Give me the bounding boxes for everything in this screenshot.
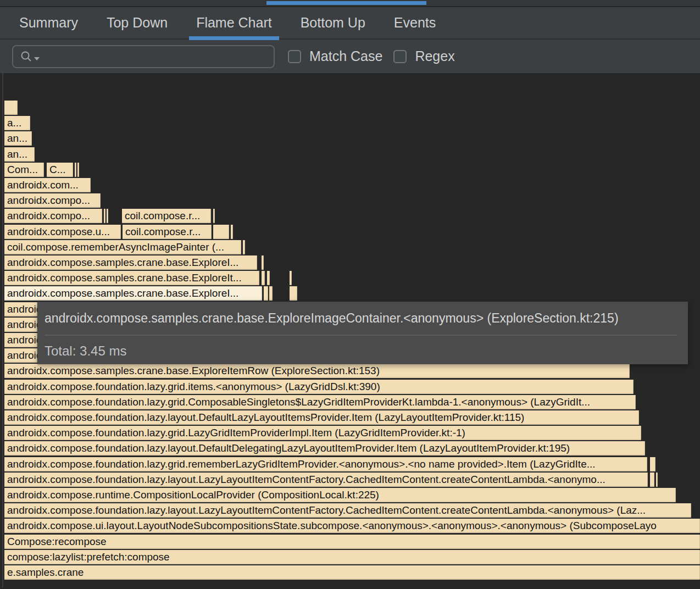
regex-checkbox-box[interactable] [393, 50, 407, 63]
flame-bar[interactable]: an... [4, 147, 35, 162]
flame-bar[interactable] [104, 209, 105, 223]
search-icon [20, 50, 33, 63]
flame-bar[interactable]: coil.compose.rememberAsyncImagePainter (… [4, 240, 241, 254]
flame-bar[interactable]: androidx [4, 302, 37, 316]
flame-bar[interactable]: compose:lazylist:prefetch:compose [4, 550, 700, 564]
flame-bar[interactable] [650, 473, 654, 487]
flame-bar[interactable] [290, 271, 292, 285]
flame-bar[interactable]: androidx.compose.samples.crane.base.Expl… [4, 364, 630, 378]
flame-bar[interactable]: androidx.compose.foundation.lazy.layout.… [4, 441, 645, 455]
flame-bar[interactable]: coil.compose.r... [123, 225, 212, 239]
flame-bar[interactable] [267, 271, 270, 285]
search-input[interactable] [12, 45, 275, 68]
tab-flame-chart[interactable]: Flame Chart [196, 7, 272, 39]
flame-bar[interactable]: Compose:recompose [4, 535, 700, 549]
flame-tooltip: androidx.compose.samples.crane.base.Expl… [37, 302, 688, 364]
match-case-label: Match Case [309, 48, 382, 64]
flame-bar[interactable]: Com... [4, 163, 44, 177]
flame-bar[interactable]: androidx.compose.samples.crane.base.Expl… [4, 286, 262, 301]
flame-bar[interactable] [243, 240, 245, 254]
cpu-profiler-panel: Summary Top Down Flame Chart Bottom Up E… [0, 0, 700, 589]
flame-bar[interactable]: androidx.compose.u... [4, 225, 121, 239]
flame-bar[interactable]: androidx.compose.foundation.lazy.grid.re… [4, 457, 647, 471]
flame-bar[interactable] [290, 286, 297, 301]
match-case-checkbox[interactable]: Match Case [288, 48, 382, 64]
flame-bar[interactable] [75, 163, 76, 177]
flame-bar[interactable]: androidx.compose.runtime.CompositionLoca… [4, 488, 676, 502]
flame-bar[interactable]: androidx.compose.foundation.lazy.grid.it… [4, 380, 634, 394]
flame-bar[interactable]: androidx.compose.samples.crane.base.Expl… [4, 271, 259, 285]
flame-bar[interactable] [213, 209, 215, 223]
flame-bar[interactable]: androidx.compose.ui.layout.LayoutNodeSub… [4, 519, 700, 533]
flame-bar[interactable]: androidx.compose.foundation.lazy.layout.… [4, 410, 639, 425]
tab-bottom-up[interactable]: Bottom Up [301, 7, 365, 39]
flame-tooltip-divider [45, 335, 677, 336]
flame-bar[interactable] [213, 225, 229, 239]
flame-bar[interactable] [262, 271, 265, 285]
match-case-checkbox-box[interactable] [288, 50, 301, 63]
regex-label: Regex [415, 48, 454, 64]
flame-bar[interactable] [650, 457, 655, 471]
flame-bar[interactable]: a... [4, 116, 30, 130]
flame-bar[interactable] [264, 286, 268, 301]
active-capture-tab-indicator [266, 1, 426, 5]
flame-bar[interactable]: e.samples.crane [4, 565, 700, 580]
tab-events[interactable]: Events [394, 7, 436, 39]
flame-bar[interactable]: androidx [4, 348, 37, 363]
flame-chart-left-edge [2, 73, 3, 588]
flame-bar[interactable]: androidx.compose.foundation.lazy.layout.… [4, 473, 648, 487]
flame-bar[interactable] [269, 286, 273, 301]
flame-bar[interactable]: C... [47, 163, 73, 177]
flame-bar[interactable] [262, 255, 264, 270]
flame-bar[interactable]: an... [4, 131, 32, 146]
flame-bar[interactable] [107, 209, 108, 223]
active-tab-underline [189, 36, 279, 40]
flame-bar[interactable]: androidx.compo... [4, 193, 101, 208]
flame-bar[interactable]: androidx.compose.foundation.lazy.grid.Co… [4, 395, 636, 409]
tab-top-down[interactable]: Top Down [107, 7, 168, 39]
flame-bar[interactable] [4, 101, 18, 115]
analysis-tab-bar: Summary Top Down Flame Chart Bottom Up E… [0, 7, 700, 40]
flame-bar[interactable]: coil.compose.r... [122, 209, 211, 223]
flame-bar[interactable] [231, 225, 233, 239]
flame-bar[interactable]: androidx [4, 318, 37, 332]
search-options-caret-icon[interactable] [34, 57, 40, 60]
flame-bar[interactable]: androidx.compo... [4, 209, 102, 223]
regex-checkbox[interactable]: Regex [393, 48, 454, 64]
flame-bar[interactable]: androidx.compose.foundation.lazy.layout.… [4, 503, 691, 518]
flame-bar[interactable]: androidx [4, 333, 37, 347]
search-toolbar: Match Case Regex [0, 40, 700, 73]
flame-tooltip-total: Total: 3.45 ms [45, 343, 677, 359]
flame-bar[interactable]: androidx.compose.foundation.lazy.grid.La… [4, 426, 641, 440]
flame-bar[interactable]: androidx.com... [4, 178, 91, 192]
tab-flame-chart-label: Flame Chart [196, 15, 272, 31]
tab-summary[interactable]: Summary [19, 7, 78, 39]
flame-bar[interactable] [656, 473, 658, 487]
flame-bar[interactable]: androidx.compose.samples.crane.base.Expl… [4, 255, 257, 270]
flame-bar[interactable] [77, 163, 79, 177]
flame-tooltip-frame-name: androidx.compose.samples.crane.base.Expl… [45, 311, 677, 326]
